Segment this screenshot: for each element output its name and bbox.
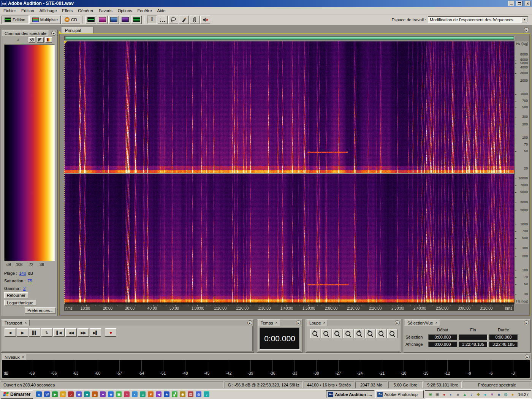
waveform-view-button[interactable] xyxy=(86,16,96,24)
quick-launch-icon[interactable]: ♪ xyxy=(68,391,74,397)
logarithmic-button[interactable]: Logarithmique xyxy=(4,300,36,306)
tray-icon[interactable]: ◆ xyxy=(475,391,481,397)
quick-launch-icon[interactable]: ★ xyxy=(163,391,170,397)
selection-start-field[interactable]: 0:00.000 xyxy=(428,334,457,340)
tab-selection-vue[interactable]: Sélection/Vue × xyxy=(405,320,440,326)
minimize-button[interactable] xyxy=(508,1,514,6)
rewind-button[interactable]: ◀◀ xyxy=(65,328,77,337)
menu-item[interactable]: Favoris xyxy=(96,8,115,14)
tab-commandes-spectrale[interactable]: Commandes spectrale xyxy=(2,30,49,36)
zoom-out-vertical-button[interactable]: ↕− xyxy=(387,329,397,338)
spectral-frequency-view-button[interactable] xyxy=(97,16,108,24)
zoom-left-edge-button[interactable]: ◀ xyxy=(354,329,364,338)
quick-launch-icon[interactable]: M xyxy=(60,391,66,397)
quick-launch-icon[interactable]: ◍ xyxy=(195,391,202,397)
tab-principal[interactable]: Principal xyxy=(62,27,93,33)
quick-launch-icon[interactable]: ■ xyxy=(84,391,90,397)
effects-paintbrush-tool-button[interactable] xyxy=(179,16,189,24)
panel-menu-button[interactable]: ▶ xyxy=(525,355,530,359)
tray-icon[interactable]: ▲ xyxy=(462,391,467,397)
workspace-select[interactable]: Modification de l'espacement des fréquen… xyxy=(428,16,528,23)
zoom-navigator-track[interactable] xyxy=(64,36,515,40)
selection-duration-field[interactable]: 0:00.000 xyxy=(489,334,518,340)
record-button[interactable]: ● xyxy=(105,328,116,337)
zoom-in-button[interactable]: + xyxy=(310,329,320,338)
quick-launch-icon[interactable]: ▣ xyxy=(116,391,122,397)
close-panel-icon[interactable]: × xyxy=(323,321,326,325)
panel-menu-button[interactable]: ▶ xyxy=(247,320,252,325)
edition-mode-button[interactable]: Edition xyxy=(2,16,28,24)
gradient-preset-icon[interactable] xyxy=(28,37,35,43)
selection-end-field[interactable] xyxy=(459,334,488,340)
view-end-field[interactable]: 3:22:48.185 xyxy=(459,342,488,347)
fast-forward-button[interactable]: ▶▶ xyxy=(78,328,89,337)
quick-launch-icon[interactable]: ◀ xyxy=(155,391,162,397)
quick-launch-icon[interactable]: ▶ xyxy=(52,391,58,397)
zoom-selection-button[interactable]: ▫ xyxy=(343,329,353,338)
lasso-selection-tool-button[interactable] xyxy=(168,16,178,24)
scrub-tool-button[interactable] xyxy=(190,16,200,24)
tray-icon[interactable]: ● xyxy=(510,391,515,397)
panel-menu-button[interactable]: ▶ xyxy=(395,320,400,325)
go-to-end-button[interactable]: ▶▌ xyxy=(90,328,101,337)
dropdown-arrow-icon[interactable]: ▼ xyxy=(522,17,527,22)
time-display[interactable]: 0:00.000 xyxy=(260,328,300,350)
zoom-in-vertical-button[interactable]: ↕+ xyxy=(376,329,386,338)
tray-icon[interactable]: ◉ xyxy=(428,391,433,397)
zoom-out-button[interactable]: − xyxy=(321,329,331,338)
eyedropper-icon[interactable] xyxy=(37,37,44,43)
view-duration-field[interactable]: 3:22:48.185 xyxy=(489,342,518,347)
close-panel-icon[interactable]: × xyxy=(25,321,27,325)
spectral-pan-view-button[interactable] xyxy=(108,16,119,24)
quick-launch-icon[interactable]: ◆ xyxy=(76,391,82,397)
quick-launch-icon[interactable]: ♫ xyxy=(139,391,146,397)
tray-icon[interactable]: ● xyxy=(482,391,488,397)
quick-launch-icon[interactable]: ▞ xyxy=(171,391,178,397)
saturation-value[interactable]: 75 xyxy=(27,279,32,283)
spectrogram-left-channel[interactable] xyxy=(64,41,514,173)
menu-item[interactable]: Options xyxy=(115,8,135,14)
tray-icon[interactable]: ■ xyxy=(496,391,502,397)
quick-launch-icon[interactable]: W xyxy=(44,391,50,397)
zoom-right-edge-button[interactable]: ▶ xyxy=(365,329,375,338)
phase-analysis-view-button[interactable] xyxy=(131,16,142,24)
menu-item[interactable]: Aide xyxy=(155,8,168,14)
taskbar-button-photoshop[interactable]: Ps Adobe Photoshop xyxy=(375,390,424,398)
tray-icon[interactable]: ▼ xyxy=(489,391,495,397)
quick-launch-icon[interactable]: + xyxy=(124,391,130,397)
start-button[interactable]: Démarrer xyxy=(1,390,33,399)
spectrogram-right-channel[interactable] xyxy=(64,174,514,302)
tray-icon[interactable]: ■ xyxy=(455,391,461,397)
quick-launch-icon[interactable]: ◉ xyxy=(179,391,186,397)
maximize-button[interactable] xyxy=(516,1,522,6)
quick-launch-icon[interactable]: e xyxy=(36,391,42,397)
frequency-ruler[interactable]: Hz (log) Hz (log) 8000600050004000300020… xyxy=(515,41,529,304)
tab-niveaux[interactable]: Niveaux × xyxy=(2,354,27,360)
preferences-button[interactable]: Préférences... xyxy=(25,307,56,314)
quick-launch-icon[interactable]: ● xyxy=(100,391,106,397)
menu-item[interactable]: Edition xyxy=(19,8,37,14)
panel-menu-button[interactable]: ▶ xyxy=(51,31,56,36)
tray-icon[interactable]: ● xyxy=(441,391,447,397)
flip-gradient-button[interactable]: Retourner xyxy=(4,292,28,298)
level-meter[interactable]: dB -69-66-63-60-57-54-51-48-45-42-39-36-… xyxy=(2,360,530,378)
menu-item[interactable]: Fichier xyxy=(1,8,19,14)
menu-item[interactable]: Effets xyxy=(59,8,75,14)
stop-button[interactable]: ■ xyxy=(5,328,16,337)
tray-icon[interactable]: ◐ xyxy=(448,391,454,397)
quick-launch-icon[interactable]: ▼ xyxy=(147,391,154,397)
gradient-edit-icon[interactable] xyxy=(45,37,52,43)
pause-button[interactable]: ▌▌ xyxy=(29,328,40,337)
panel-menu-button[interactable]: ▶ xyxy=(524,27,529,32)
go-to-start-button[interactable]: ▌◀ xyxy=(53,328,65,337)
panel-menu-button[interactable]: ▶ xyxy=(524,320,529,325)
close-panel-icon[interactable]: × xyxy=(275,321,277,325)
close-panel-icon[interactable]: × xyxy=(435,321,437,325)
multipiste-mode-button[interactable]: Multipiste xyxy=(29,16,61,24)
zoom-full-button[interactable]: □ xyxy=(332,329,342,338)
gamma-value[interactable]: 2 xyxy=(23,286,25,291)
taskbar-button-audition[interactable]: Au Adobe Audition -... xyxy=(326,390,374,398)
tab-transport[interactable]: Transport × xyxy=(2,320,30,326)
zoom-navigator-thumb[interactable] xyxy=(65,36,514,40)
quick-launch-icon[interactable]: ◐ xyxy=(131,391,138,397)
